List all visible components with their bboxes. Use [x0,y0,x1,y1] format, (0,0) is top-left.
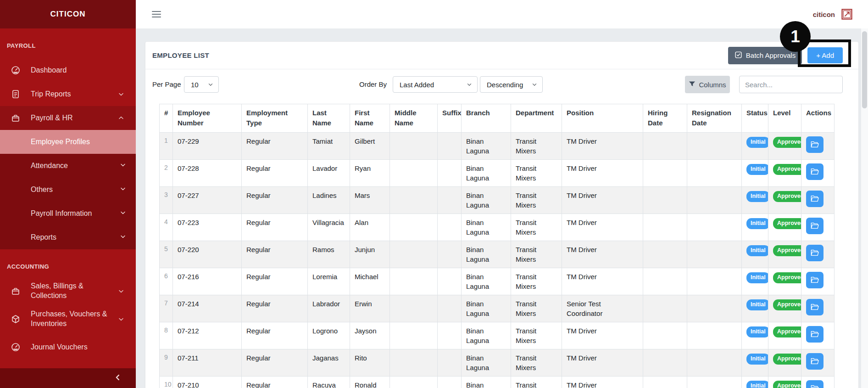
sidebar-item-journal-vouchers[interactable]: Journal Vouchers [0,335,136,359]
sidebar-subitem-employee-profiles[interactable]: Employee Profiles [0,130,136,154]
cell-status: Initial [742,322,768,349]
sidebar-collapse-bar[interactable] [0,368,136,388]
sidebar-item-label: Reports [31,233,119,242]
cell-employee-number: 07-223 [173,214,242,241]
column-header-suffix: Suffix [438,104,462,133]
per-page-select[interactable]: 10 [184,76,219,93]
cell-employment-type: Regular [242,322,308,349]
hamburger-menu-icon[interactable] [151,10,161,19]
folder-open-icon [811,168,819,176]
cell-branch: Binan Laguna [462,214,511,241]
page-title: EMPLOYEE LIST [152,51,209,59]
employee-table-body: 1 07-229 Regular Tamiat Gilbert Binan La… [160,133,835,388]
cell-department: Transit Mixers [511,187,562,214]
cell-employment-type: Regular [242,214,308,241]
add-button[interactable]: + Add [807,47,843,63]
table-row: 7 07-214 Regular Labrador Erwin Binan La… [160,295,835,322]
cell-middle-name [390,377,438,388]
sidebar-subitem-payroll-information[interactable]: Payroll Information [0,202,136,225]
chevron-down-icon [119,233,127,242]
sidebar-subitem-reports[interactable]: Reports [0,225,136,249]
chevron-down-icon [207,81,214,88]
open-employee-button[interactable] [806,299,823,315]
cell-first-name: Jayson [350,322,390,349]
folder-open-icon [811,276,819,285]
cell-resignation-date [687,377,742,388]
table-row: 10 07-210 Regular Racuya Ronald Binan La… [160,377,835,388]
open-employee-button[interactable] [806,163,823,180]
sidebar-item-trip-reports[interactable]: Trip Reports [0,82,136,106]
cell-employment-type: Regular [242,187,308,214]
cell-suffix [438,133,462,160]
topbar: citicon [136,0,868,28]
cell-resignation-date [687,187,742,214]
briefcase-icon [10,287,21,296]
sidebar-item-sales-billings-collections[interactable]: Sales, Billings & Collections [0,279,136,303]
cell-level: Approved [768,377,801,388]
cell-position: Senior Test Coordinator [562,295,643,322]
chevron-down-icon [119,161,127,170]
scrollbar-track [861,28,868,388]
open-employee-button[interactable] [806,245,823,261]
sidebar-subitem-attendance[interactable]: Attendance [0,154,136,178]
order-direction-select[interactable]: Descending [480,76,543,93]
cell-suffix [438,377,462,388]
order-by-select[interactable]: Last Added [393,76,478,93]
cell-middle-name [390,349,438,377]
open-employee-button[interactable] [806,380,823,388]
cell-department: Transit Mixers [511,160,562,187]
cell-first-name: Ronald [350,377,390,388]
folder-open-icon [811,330,819,339]
open-employee-button[interactable] [806,272,823,288]
order-by-label: Order By [359,75,387,94]
sidebar-item-label: Attendance [31,162,119,170]
cell-row-index: 2 [160,160,173,187]
cell-first-name: Ryan [350,160,390,187]
cell-level: Approved [768,214,801,241]
cell-last-name: Villagracia [308,214,350,241]
cell-department: Transit Mixers [511,349,562,377]
status-badge: Initial [746,164,768,175]
cell-suffix [438,322,462,349]
annotation-step-badge: 1 [780,21,811,52]
logout-icon[interactable] [840,8,853,21]
account-label[interactable]: citicon [813,11,835,18]
open-employee-button[interactable] [806,326,823,343]
cell-first-name: Gilbert [350,133,390,160]
scrollbar-thumb[interactable] [862,31,867,108]
cell-branch: Binan Laguna [462,268,511,295]
cell-middle-name [390,322,438,349]
sidebar-subitem-others[interactable]: Others [0,178,136,202]
cell-branch: Binan Laguna [462,133,511,160]
cell-position: TM Driver [562,133,643,160]
cell-position: TM Driver [562,349,643,377]
status-badge: Initial [746,354,768,365]
open-employee-button[interactable] [806,353,823,370]
open-employee-button[interactable] [806,136,823,153]
cell-hiring-date [643,241,687,268]
cell-resignation-date [687,349,742,377]
cell-employee-number: 07-227 [173,187,242,214]
cell-status: Initial [742,160,768,187]
sidebar-item-purchases-vouchers-inventories[interactable]: Purchases, Vouchers & Inventories [0,303,136,335]
open-employee-button[interactable] [806,218,823,234]
sidebar-item-dashboard[interactable]: Dashboard [0,58,136,82]
cell-hiring-date [643,322,687,349]
folder-open-icon [811,303,819,312]
search-input[interactable] [739,76,843,93]
sidebar-item-payroll-hr[interactable]: Payroll & HR [0,106,136,130]
batch-approvals-label: Batch Approvals [746,51,796,59]
open-employee-button[interactable] [806,191,823,207]
cell-hiring-date [643,133,687,160]
cell-employee-number: 07-229 [173,133,242,160]
columns-button[interactable]: Columns [685,76,730,93]
cell-employee-number: 07-220 [173,241,242,268]
cell-actions [801,377,835,388]
cell-branch: Binan Laguna [462,187,511,214]
cell-first-name: Michael [350,268,390,295]
cell-middle-name [390,268,438,295]
cell-hiring-date [643,377,687,388]
chevron-down-icon [531,81,538,88]
cell-employment-type: Regular [242,349,308,377]
level-badge: Approved [773,299,801,310]
